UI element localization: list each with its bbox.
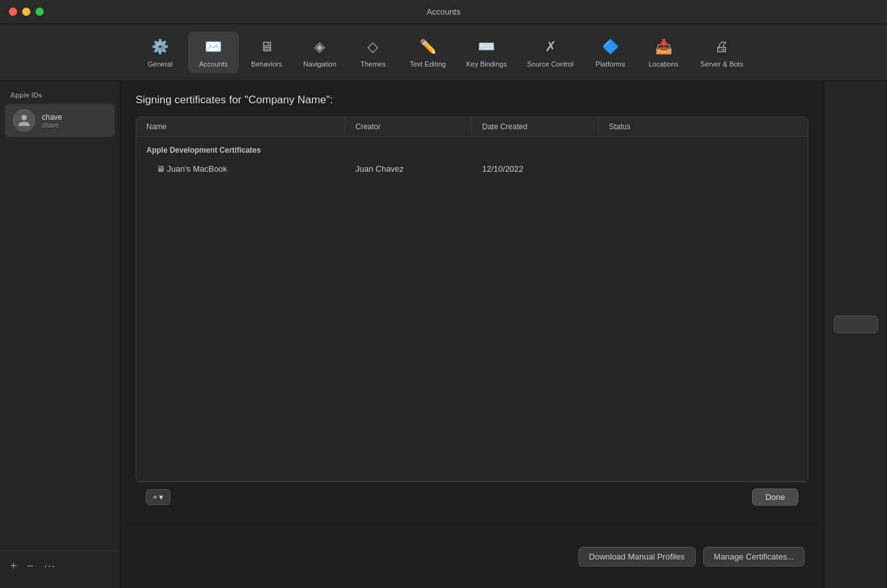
text-editing-label: Text Editing [410, 60, 446, 68]
col-status: Status [599, 117, 808, 136]
source-control-icon: ✗ [540, 37, 561, 57]
toolbar-item-server-bots[interactable]: 🖨 Server & Bots [691, 32, 752, 73]
general-icon: ⚙️ [150, 37, 170, 57]
key-bindings-label: Key Bindings [466, 60, 507, 68]
platforms-icon: 🔷 [600, 37, 620, 57]
content-area: Signing certificates for "Company Name":… [120, 81, 824, 588]
main-area: Apple IDs chave chave + − ⋯ Signing cert… [0, 81, 887, 588]
add-icon: + [153, 492, 158, 502]
extra-button [834, 316, 878, 333]
toolbar-item-behaviors[interactable]: 🖥 Behaviors [241, 32, 292, 73]
close-button[interactable] [9, 8, 17, 16]
add-certificate-button[interactable]: + ▾ [146, 489, 170, 505]
window-controls [9, 8, 44, 16]
col-creator: Creator [345, 117, 472, 136]
sidebar-bottom-actions: + − ⋯ [0, 551, 120, 580]
cert-name: 🖥 Juan's MacBook [136, 161, 345, 177]
toolbar-item-platforms[interactable]: 🔷 Platforms [585, 32, 635, 73]
titlebar: Accounts [0, 0, 887, 24]
behaviors-icon: 🖥 [257, 37, 277, 57]
cert-group-header: Apple Development Certificates [136, 142, 808, 158]
add-account-button[interactable]: + [9, 558, 18, 574]
cert-table: Name Creator Date Created Status Apple D… [136, 117, 808, 482]
cert-creator: Juan Chavez [345, 161, 472, 177]
key-bindings-icon: ⌨️ [476, 37, 497, 57]
toolbar-item-accounts[interactable]: ✉️ Accounts [188, 32, 239, 73]
account-email: chave [42, 122, 62, 129]
server-bots-label: Server & Bots [700, 60, 743, 68]
navigation-label: Navigation [303, 60, 336, 68]
table-row[interactable]: 🖥 Juan's MacBook Juan Chavez 12/10/2022 [136, 158, 808, 179]
more-actions-button[interactable]: ⋯ [42, 558, 56, 574]
accounts-icon: ✉️ [203, 37, 224, 57]
accounts-label: Accounts [199, 60, 227, 68]
toolbar-item-themes[interactable]: ◇ Themes [348, 32, 399, 73]
toolbar-item-source-control[interactable]: ✗ Source Control [518, 32, 582, 73]
table-header: Name Creator Date Created Status [136, 117, 808, 137]
avatar [13, 109, 35, 132]
sidebar-account-item[interactable]: chave chave [5, 104, 115, 137]
sidebar: Apple IDs chave chave + − ⋯ [0, 81, 120, 588]
themes-label: Themes [361, 60, 386, 68]
server-bots-icon: 🖨 [712, 37, 732, 57]
cert-status [599, 161, 808, 177]
sidebar-header: Apple IDs [0, 89, 120, 104]
account-info: chave chave [42, 113, 62, 129]
text-editing-icon: ✏️ [418, 37, 438, 57]
toolbar-item-navigation[interactable]: ◈ Navigation [295, 32, 345, 73]
cert-date: 12/10/2022 [472, 161, 599, 177]
table-body: Apple Development Certificates 🖥 Juan's … [136, 137, 808, 184]
download-profiles-button[interactable]: Download Manual Profiles [578, 547, 696, 566]
col-date: Date Created [472, 117, 599, 136]
locations-icon: 📥 [653, 37, 673, 57]
general-label: General [148, 60, 172, 68]
behaviors-label: Behaviors [251, 60, 282, 68]
window-title: Accounts [426, 7, 460, 16]
add-dropdown-icon: ▾ [159, 492, 163, 502]
source-control-label: Source Control [527, 60, 573, 68]
right-extra-panel [824, 81, 887, 588]
remove-account-button[interactable]: − [26, 558, 35, 574]
locations-label: Locations [649, 60, 679, 68]
toolbar-item-general[interactable]: ⚙️ General [135, 32, 186, 73]
minimize-button[interactable] [22, 8, 30, 16]
cert-panel-title: Signing certificates for "Company Name": [136, 94, 808, 106]
toolbar-item-locations[interactable]: 📥 Locations [638, 32, 689, 73]
toolbar-item-text-editing[interactable]: ✏️ Text Editing [401, 32, 455, 73]
cert-panel: Signing certificates for "Company Name":… [120, 81, 824, 525]
toolbar: ⚙️ General ✉️ Accounts 🖥 Behaviors ◈ Nav… [0, 24, 887, 81]
maximize-button[interactable] [35, 8, 44, 16]
bottom-section: Download Manual Profiles Manage Certific… [120, 525, 824, 588]
platforms-label: Platforms [596, 60, 625, 68]
col-name: Name [136, 117, 345, 136]
cert-toolbar: + ▾ Done [136, 482, 808, 512]
account-name: chave [42, 113, 62, 122]
navigation-icon: ◈ [310, 37, 330, 57]
toolbar-item-key-bindings[interactable]: ⌨️ Key Bindings [457, 32, 516, 73]
manage-certificates-button[interactable]: Manage Certificates... [703, 547, 805, 566]
themes-icon: ◇ [363, 37, 383, 57]
done-button[interactable]: Done [752, 489, 798, 506]
